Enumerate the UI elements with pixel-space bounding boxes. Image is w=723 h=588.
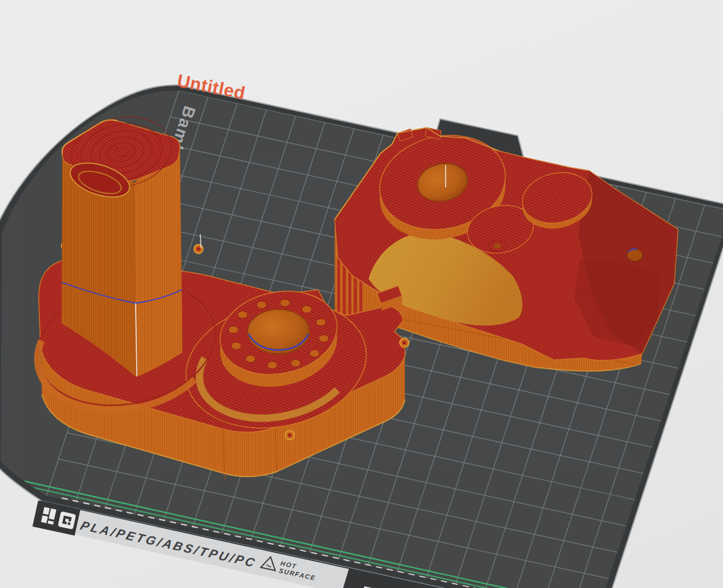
pin-seam xyxy=(200,234,201,248)
slicer-3d-viewport[interactable]: Bamb ate / High Te PLA/PETG/ABS/TPU/PC xyxy=(0,0,723,588)
viewport-scene[interactable]: Bamb ate / High Te PLA/PETG/ABS/TPU/PC xyxy=(0,0,723,588)
small-ring-hole xyxy=(494,243,501,249)
boss-bore xyxy=(248,309,309,354)
